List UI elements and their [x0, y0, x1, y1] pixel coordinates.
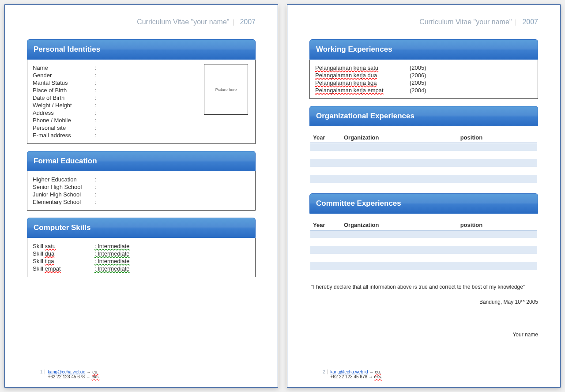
field-label: Place of Birth: [33, 87, 94, 94]
table-row: [310, 262, 537, 270]
field-label: Personal site: [33, 124, 94, 131]
colon: :: [94, 109, 100, 116]
colon: :: [94, 132, 100, 139]
section-header-org: Organizational Experiences: [309, 106, 538, 126]
skill-name: Skill tiga: [33, 258, 94, 264]
footer-email: kang@echa.web.id: [48, 369, 85, 374]
table-header-row: Year Organization position: [310, 220, 537, 230]
footer-phone: +62 22 123 45 678: [330, 374, 367, 379]
field-label: Senior High School: [33, 184, 94, 190]
colon: :: [94, 191, 100, 198]
field-row: Elementary School:: [33, 198, 250, 206]
work-item: Pelangalaman kerja satu: [315, 64, 403, 71]
skill-level: : Intermediate: [94, 258, 250, 264]
declaration-text: "I hereby declare that all information a…: [309, 284, 538, 290]
field-row: Junior High School:: [33, 191, 250, 198]
table-row: [310, 151, 537, 159]
field-row: Higher Education:: [33, 176, 250, 183]
table-row: [310, 246, 537, 254]
work-year: (2006): [410, 72, 426, 79]
colon: :: [94, 117, 100, 124]
field-label: E-mail address: [33, 132, 94, 139]
work-row: Pelangalaman kerja empat(2004): [315, 87, 532, 94]
page-header: Curriculum Vitae "your name" 2007: [309, 18, 538, 28]
work-year: (2005): [410, 64, 426, 71]
field-label: Higher Education: [33, 176, 94, 183]
footer-email: kang@echa.web.id: [330, 369, 368, 374]
colon: :: [94, 64, 100, 71]
section-body-working: Pelangalaman kerja satu(2005) Pelangalam…: [309, 60, 538, 99]
work-item: Pelangalaman kerja tiga: [315, 79, 403, 86]
section-body-committee: Year Organization position: [309, 214, 538, 274]
work-row: Pelangalaman kerja satu(2005): [315, 64, 532, 72]
section-body-org: Year Organization position: [309, 126, 538, 186]
col-year: Year: [310, 220, 341, 230]
skill-level: : Intermediate: [94, 243, 250, 249]
skill-row: Skill empat : Intermediate: [33, 265, 250, 272]
page-footer: 1 kang@echa.web.id → eu. 0 +62 22 123 45…: [40, 369, 100, 379]
header-divider: [516, 19, 516, 26]
colon: :: [94, 87, 100, 94]
colon: :: [94, 94, 100, 101]
header-year: 2007: [240, 18, 256, 26]
skill-name: Skill dua: [33, 250, 94, 257]
work-item: Pelangalaman kerja empat: [315, 87, 403, 94]
colon: :: [94, 176, 100, 183]
col-pos: position: [458, 132, 537, 143]
footer-text: eu.: [375, 369, 381, 374]
col-org: Organization: [341, 220, 458, 230]
section-header-skills: Computer Skills: [27, 218, 256, 238]
table-row: [310, 230, 537, 238]
footer-text: eks.: [92, 374, 100, 379]
section-header-working: Working Experiences: [309, 39, 538, 60]
field-label: Gender: [33, 72, 94, 79]
colon: :: [94, 72, 100, 79]
arrow-icon: →: [86, 374, 90, 379]
org-table: Year Organization position: [310, 132, 537, 183]
field-label: Weight / Height: [33, 102, 94, 109]
col-pos: position: [458, 220, 537, 230]
work-row: Pelangalaman kerja tiga(2005): [315, 79, 532, 87]
section-body-education: Higher Education: Senior High School: Ju…: [27, 171, 256, 211]
footer-text: eu.: [92, 369, 98, 374]
work-item: Pelangalaman kerja dua: [315, 72, 403, 79]
section-header-education: Formal Education: [27, 151, 256, 171]
table-row: [310, 175, 537, 183]
footer-text: eks.: [374, 374, 382, 379]
table-row: [310, 167, 537, 175]
signature-block: Bandung, May 10ᵗʰ 2005 Your name: [309, 299, 538, 338]
field-row: Phone / Mobile:: [33, 117, 250, 124]
skill-name: Skill empat: [33, 265, 94, 272]
header-year: 2007: [522, 18, 538, 26]
skill-level: : Intermediate: [94, 250, 250, 257]
colon: :: [94, 184, 100, 190]
table-header-row: Year Organization position: [310, 132, 537, 143]
arrow-icon: →: [369, 374, 373, 379]
section-header-personal: Personal Identities: [27, 39, 256, 60]
section-body-personal: Picture here Name: Gender: Marital Statu…: [27, 60, 256, 144]
document-page-1: Curriculum Vitae "your name" 2007 Person…: [4, 4, 278, 388]
field-label: Elementary School: [33, 199, 94, 205]
footer-phone: +62 22 123 45 678: [48, 374, 85, 379]
document-page-2: Curriculum Vitae "your name" 2007 Workin…: [287, 4, 561, 388]
field-row: Personal site:: [33, 124, 250, 132]
field-label: Junior High School: [33, 191, 94, 198]
page-number: 2: [323, 369, 328, 374]
photo-placeholder: Picture here: [204, 64, 248, 115]
col-org: Organization: [341, 132, 458, 143]
photo-label: Picture here: [215, 87, 237, 92]
table-row: [310, 254, 537, 262]
field-label: Phone / Mobile: [33, 117, 94, 124]
page-header: Curriculum Vitae "your name" 2007: [27, 18, 256, 28]
table-row: [310, 159, 537, 167]
colon: :: [94, 124, 100, 131]
skill-level: : Intermediate: [94, 265, 250, 272]
header-title: Curriculum Vitae "your name": [137, 18, 229, 26]
colon: :: [94, 102, 100, 109]
table-row: [310, 143, 537, 151]
field-label: Date of Birth: [33, 94, 94, 101]
section-header-committee: Committee Experiences: [309, 193, 538, 214]
skill-row: Skill dua : Intermediate: [33, 250, 250, 257]
skill-row: Skill tiga : Intermediate: [33, 257, 250, 265]
header-divider: [233, 19, 234, 26]
